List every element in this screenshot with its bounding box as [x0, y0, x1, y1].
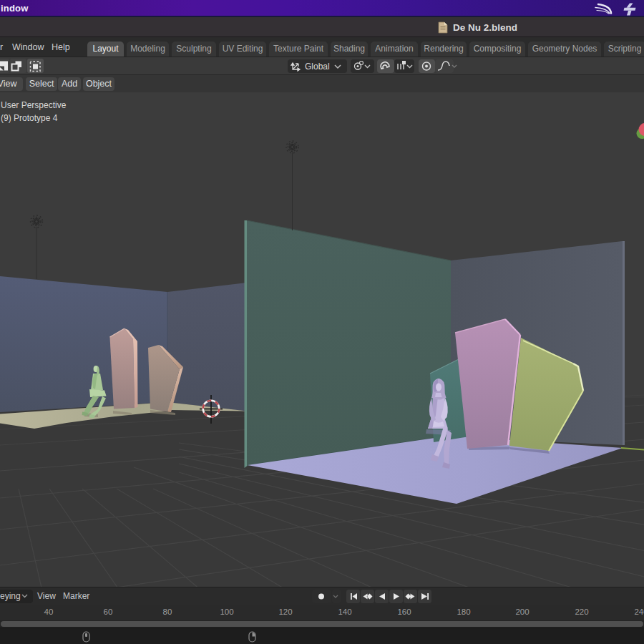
- svg-text:Global: Global: [305, 62, 330, 72]
- svg-text:User Perspective: User Perspective: [1, 100, 67, 110]
- svg-text:Marker: Marker: [63, 591, 89, 601]
- svg-text:View: View: [37, 591, 56, 601]
- svg-text:(9) Prototype 4: (9) Prototype 4: [1, 113, 58, 123]
- svg-text:eying: eying: [0, 591, 21, 601]
